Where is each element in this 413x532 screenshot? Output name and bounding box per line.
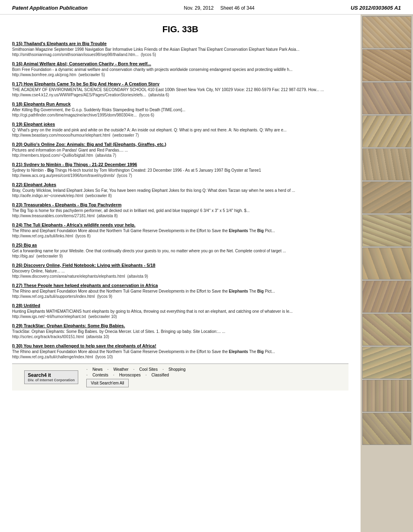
result-18-title[interactable]: I) 18) Elephants Run Amuck [12, 102, 348, 106]
result-16-url: http://www.bornfree.org.uk/prog.htm (web… [12, 73, 105, 77]
result-22-title[interactable]: I) 22) Elephant Jokes [12, 182, 348, 187]
result-17-title[interactable]: I) 17) How Elephants Came To be So Big A… [12, 81, 348, 86]
result-24: I) 24) The Tuli Elephants - Africa's wil… [12, 222, 348, 239]
result-15-body: Smithsonian Magazine September 1998 Navi… [12, 47, 348, 57]
result-21-url: http://www.acs.org.au/presi/cont/1996/to… [12, 173, 132, 178]
result-20-title[interactable]: I) 20) Quilio's Online Zoo: Animals: Big… [12, 142, 348, 147]
result-30: I) 30) You have been challenged to help … [12, 343, 348, 360]
publication-date: Nov. 29, 2012 Sheet 46 of 344 [184, 5, 254, 11]
logo-name: Search4 it [28, 372, 75, 378]
bullet-shopping: · [163, 367, 164, 372]
image-tile-1 [362, 16, 411, 48]
result-16: I) 16) Animal Welfare &bsl; Conservation… [12, 61, 348, 77]
bullet-horoscopes: · [113, 373, 115, 377]
result-23: I) 23) Treasurables - Elephants - Big To… [12, 202, 348, 218]
result-16-title[interactable]: I) 16) Animal Welfare &bsl; Conservation… [12, 61, 348, 66]
result-19: I) 19) Elephant jokes Q: What's grey on … [12, 122, 348, 138]
result-23-url: http://www.treasurables.com/items/27181.… [12, 214, 118, 218]
result-16-body: Born Free Foundation - a dynamic animal … [12, 67, 348, 77]
result-18: I) 18) Elephants Run Amuck After Killing… [12, 102, 348, 118]
bullet-weather: · [107, 367, 108, 372]
result-22-body: Bray, County Wicklow, Ireland Elephant J… [12, 188, 348, 198]
result-25-body: Get a forwarding name for your Website. … [12, 248, 348, 259]
image-tile-3 [362, 82, 411, 114]
result-29-body: TrackStar. Orphan Elephants: Some Big Ba… [12, 329, 348, 339]
figure-title: FIG. 33B [12, 24, 348, 35]
nav-news[interactable]: News [92, 367, 102, 372]
page-wrapper: Patent Application Publication Nov. 29, … [0, 0, 413, 532]
logo-sub: Div. of Internet Corporation [28, 378, 75, 382]
image-tile-6 [362, 181, 411, 214]
result-20-body: Pictures and information on Pandas! Gian… [12, 148, 348, 158]
bullet-news: · [86, 367, 88, 372]
result-15: I) 15) Thailand's Elephants are in Big T… [12, 41, 348, 57]
visit-searchem-button[interactable]: Visit Search'em All [86, 379, 128, 387]
result-18-url: http://cgi.pathfinder.com/time/magazine/… [12, 113, 154, 117]
result-15-title[interactable]: I) 15) Thailand's Elephants are in Big T… [12, 41, 348, 46]
image-tile-11 [362, 347, 411, 379]
result-30-title[interactable]: I) 30) You have been challenged to help … [12, 343, 348, 348]
result-17-body: THE ACADEMY OF ENVIRONMENTAL SCIENCE SEC… [12, 87, 348, 98]
bottom-bar: Search4 it Div. of Internet Corporation … [12, 364, 348, 391]
image-tile-8 [362, 247, 411, 280]
result-28-url: http://www.igs.net/~tril/humor/elephant.… [12, 314, 117, 319]
result-15-url: http://smithsonianmag.com/smithsonian/is… [12, 52, 156, 57]
image-tile-12 [362, 380, 411, 412]
result-20-url: http://members.tripod.com/~Quillio/bigta… [12, 153, 116, 158]
result-25: I) 25) Big as Get a forwarding name for … [12, 243, 348, 259]
result-25-title[interactable]: I) 25) Big as [12, 243, 348, 247]
result-26: I) 26) Discovery Online, Field Notebook:… [12, 263, 348, 279]
result-21-body: Sydney to Nimbin - Big Things Hi-tech to… [12, 168, 348, 178]
result-26-url: http://www.discovery.com/area/nature/ele… [12, 274, 148, 278]
image-tile-7 [362, 214, 411, 247]
bottom-nav-row-1: · News · Weather · Cool Sites · Shopping [86, 367, 336, 372]
bottom-nav-container: · News · Weather · Cool Sites · Shopping… [86, 367, 336, 387]
nav-classified[interactable]: Classified [152, 373, 169, 377]
result-24-body: The Rhino and Elephant Foundation More a… [12, 228, 348, 239]
patent-header-left: Patent Application Publication [12, 5, 88, 11]
result-24-title[interactable]: I) 24) The Tuli Elephants - Africa's wil… [12, 222, 348, 227]
bottom-nav: · News · Weather · Cool Sites · Shopping… [86, 367, 336, 377]
result-21: I) 21) Sydney to Nimbin - Big Things - 2… [12, 162, 348, 178]
result-20: I) 20) Quilio's Online Zoo: Animals: Big… [12, 142, 348, 158]
result-17-url: http://www.cse4.k12.ny.us/WWWPages/AES/P… [12, 93, 169, 97]
result-27-title[interactable]: I) 27) These People have helped elephant… [12, 283, 348, 288]
nav-shopping[interactable]: Shopping [169, 367, 186, 372]
image-tile-5 [362, 148, 411, 181]
result-21-title[interactable]: I) 21) Sydney to Nimbin - Big Things - 2… [12, 162, 348, 167]
result-24-url: http://www.ref.org.za/tuli/links.html (l… [12, 234, 91, 238]
result-18-body: After Killing Big Government, the G.o.p.… [12, 107, 348, 118]
image-tile-4 [362, 115, 411, 148]
doc-area: FIG. 33B I) 15) Thailand's Elephants are… [0, 15, 361, 532]
result-28-title[interactable]: I) 28) Untitled [12, 303, 348, 308]
bullet-cool-sites: · [133, 367, 135, 372]
result-17: I) 17) How Elephants Came To be So Big A… [12, 81, 348, 98]
result-26-title[interactable]: I) 26) Discovery Online, Field Notebook:… [12, 263, 348, 268]
patent-header: Patent Application Publication Nov. 29, … [0, 0, 413, 15]
result-28-body: Hunting Elephants MATHEMATICIANS hunt el… [12, 309, 348, 319]
result-29-title[interactable]: I) 29) TrackStar: Orphan Elephants: Some… [12, 323, 348, 328]
search4it-logo: Search4 it Div. of Internet Corporation [24, 370, 78, 384]
result-23-body: The Big Top is home for this pachyderm p… [12, 208, 348, 218]
nav-horoscopes[interactable]: Horoscopes [119, 373, 140, 377]
result-22: I) 22) Elephant Jokes Bray, County Wickl… [12, 182, 348, 198]
nav-cool-sites[interactable]: Cool Sites [139, 367, 158, 372]
bullet-classified: · [146, 373, 147, 377]
result-30-body: The Rhino and Elephant Foundation More a… [12, 349, 348, 360]
result-29-url: http://scrtec.org/track/tracks/t00151.ht… [12, 335, 109, 339]
result-27-body: The Rhino and Elephant Foundation More a… [12, 289, 348, 299]
result-19-url: http://www.beastiary.com/moooo/humour/el… [12, 133, 139, 137]
result-23-title[interactable]: I) 23) Treasurables - Elephants - Big To… [12, 202, 348, 207]
result-19-title[interactable]: I) 19) Elephant jokes [12, 122, 348, 127]
result-30-url: http://www.ref.org.za/tuli/challenge/ind… [12, 355, 113, 359]
image-strip [361, 15, 413, 532]
image-tile-2 [362, 49, 411, 81]
main-content: FIG. 33B I) 15) Thailand's Elephants are… [0, 15, 413, 532]
result-28: I) 28) Untitled Hunting Elephants MATHEM… [12, 303, 348, 319]
result-19-body: Q: What's grey on the inside and pink an… [12, 127, 348, 138]
nav-weather[interactable]: Weather [113, 367, 129, 372]
bottom-nav-row-2: · Contests · Horoscopes · Classified [86, 373, 336, 377]
nav-contests[interactable]: Contests [92, 373, 108, 377]
result-25-url: http://big.as/ (webcrawler 9) [12, 254, 63, 258]
image-tile-9 [362, 281, 411, 313]
